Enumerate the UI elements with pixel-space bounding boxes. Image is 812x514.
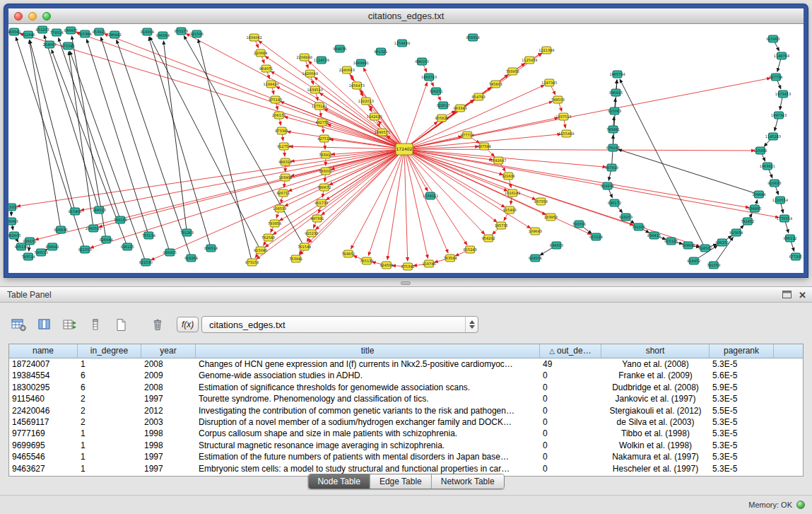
table-row[interactable]: 969969511998Structural magnetic resonanc…: [9, 440, 803, 451]
network-node[interactable]: 963041: [8, 28, 21, 35]
network-node[interactable]: 108533: [273, 205, 286, 212]
network-node[interactable]: 761544: [298, 243, 311, 250]
column-header-name[interactable]: name: [9, 344, 78, 358]
tab-edge-table[interactable]: Edge Table: [370, 474, 431, 489]
network-node[interactable]: 1210554: [772, 197, 788, 204]
edit-table-button[interactable]: [61, 315, 79, 334]
network-node[interactable]: 763584: [444, 255, 457, 262]
splitter-handle[interactable]: [401, 281, 411, 285]
single-column-button[interactable]: [86, 315, 105, 334]
network-node[interactable]: 1145283: [765, 133, 781, 140]
network-node[interactable]: 873154: [245, 259, 259, 266]
network-node[interactable]: 901733: [314, 199, 328, 206]
network-node[interactable]: 906415: [163, 249, 177, 256]
network-node[interactable]: 380672: [317, 184, 331, 191]
column-header-in_degree[interactable]: in_degree: [78, 344, 141, 358]
network-node[interactable]: 836172: [608, 199, 621, 206]
network-node[interactable]: 1983743: [421, 74, 437, 81]
column-header-out_de[interactable]: △out_de…: [540, 344, 601, 358]
network-node[interactable]: 924504: [379, 262, 393, 269]
network-node[interactable]: 115938: [753, 147, 767, 154]
network-node[interactable]: 326251: [430, 88, 443, 95]
network-node[interactable]: 854793: [472, 93, 486, 100]
network-node[interactable]: 791263: [180, 229, 194, 236]
network-node[interactable]: 442751: [315, 119, 329, 126]
network-node[interactable]: 912754: [277, 143, 290, 150]
network-node[interactable]: 1097343: [771, 112, 787, 119]
network-node[interactable]: 955822: [435, 115, 449, 122]
network-node[interactable]: 963343: [454, 105, 467, 112]
network-node[interactable]: 206173: [272, 112, 286, 119]
network-node[interactable]: 796442: [108, 31, 122, 38]
network-node[interactable]: 910633: [767, 180, 781, 187]
network-node[interactable]: 109644: [752, 191, 765, 198]
network-node[interactable]: 183902: [278, 174, 292, 181]
network-node[interactable]: 783913: [319, 151, 332, 158]
network-node[interactable]: 915406: [69, 208, 82, 215]
table-mode-button[interactable]: [10, 315, 28, 334]
network-node[interactable]: 859314: [466, 34, 480, 41]
network-node[interactable]: 1834062: [246, 34, 261, 41]
table-row[interactable]: 946362711997Embryonic stem cells: a mode…: [9, 463, 803, 474]
table-row[interactable]: 1872400712008Changes of HCN gene express…: [9, 358, 803, 370]
network-node[interactable]: 2240683: [339, 66, 355, 74]
network-node[interactable]: 763941: [289, 255, 302, 262]
network-node[interactable]: 1770554: [777, 215, 792, 222]
network-node[interactable]: 696103: [415, 58, 428, 65]
network-node[interactable]: 915063: [608, 107, 621, 115]
network-node[interactable]: 818304: [141, 28, 154, 35]
network-node[interactable]: 1965794: [609, 71, 625, 78]
network-node[interactable]: 961321: [374, 48, 387, 55]
network-node[interactable]: 921553: [78, 246, 92, 253]
network-node[interactable]: 998314: [278, 158, 292, 165]
network-node[interactable]: 912446: [21, 31, 35, 38]
network-node[interactable]: 687594: [478, 143, 491, 150]
network-node[interactable]: 921506: [190, 30, 204, 37]
column-header-year[interactable]: year: [141, 344, 196, 358]
network-canvas[interactable]: 1724021834062220684964071118442097518320…: [8, 25, 804, 273]
network-node[interactable]: 915493: [503, 206, 517, 214]
network-node[interactable]: 914206: [601, 182, 614, 189]
network-node[interactable]: 2206848: [297, 54, 312, 61]
network-node[interactable]: 977714: [461, 132, 474, 139]
network-node[interactable]: 836915: [609, 89, 623, 96]
close-panel-button[interactable]: ✕: [799, 291, 806, 300]
network-node[interactable]: 954292: [482, 235, 495, 242]
network-node[interactable]: 915834: [729, 229, 743, 236]
network-node[interactable]: 109643: [529, 228, 542, 235]
network-node[interactable]: 791306: [632, 223, 645, 230]
network-node[interactable]: 262605: [8, 232, 21, 239]
network-node[interactable]: 821530: [139, 259, 153, 266]
network-node[interactable]: 321606: [502, 173, 515, 180]
network-node[interactable]: 836605: [64, 27, 78, 34]
network-node[interactable]: 918253: [619, 214, 632, 221]
float-panel-button[interactable]: [782, 291, 792, 300]
network-node[interactable]: 915233: [305, 230, 318, 237]
network-node[interactable]: 926711: [276, 189, 290, 197]
network-graph[interactable]: 1724021834062220684964071118442097518320…: [8, 25, 804, 273]
network-node[interactable]: 793706: [572, 221, 586, 228]
network-node[interactable]: 829151: [23, 238, 36, 245]
network-node[interactable]: 427512: [317, 135, 331, 142]
network-node[interactable]: 322017: [437, 102, 450, 109]
network-node[interactable]: 762540: [261, 234, 275, 241]
show-columns-button[interactable]: [35, 315, 54, 334]
network-node[interactable]: 867919: [605, 164, 618, 171]
combo-arrows-icon[interactable]: [465, 317, 478, 332]
network-node[interactable]: 590513: [35, 249, 48, 256]
network-node[interactable]: 915384: [78, 30, 92, 37]
trash-button[interactable]: [148, 315, 167, 334]
network-node[interactable]: 185735: [495, 222, 508, 229]
network-node[interactable]: 189523: [93, 206, 106, 214]
network-node[interactable]: 1125439: [522, 57, 537, 64]
network-node[interactable]: 1669891: [353, 59, 369, 66]
network-node[interactable]: 836641: [46, 243, 59, 250]
table-row[interactable]: 1456911722003Disruption of a novel membe…: [9, 416, 803, 428]
network-node[interactable]: 836251: [715, 239, 729, 246]
network-node[interactable]: 791452: [741, 218, 754, 225]
network-node[interactable]: 1420049: [302, 70, 318, 77]
network-node[interactable]: 836514: [204, 245, 218, 252]
network-node[interactable]: 964071: [259, 65, 273, 72]
network-node[interactable]: 677205: [789, 253, 802, 260]
table-row[interactable]: 2242004622012Investigating the contribut…: [9, 405, 803, 416]
